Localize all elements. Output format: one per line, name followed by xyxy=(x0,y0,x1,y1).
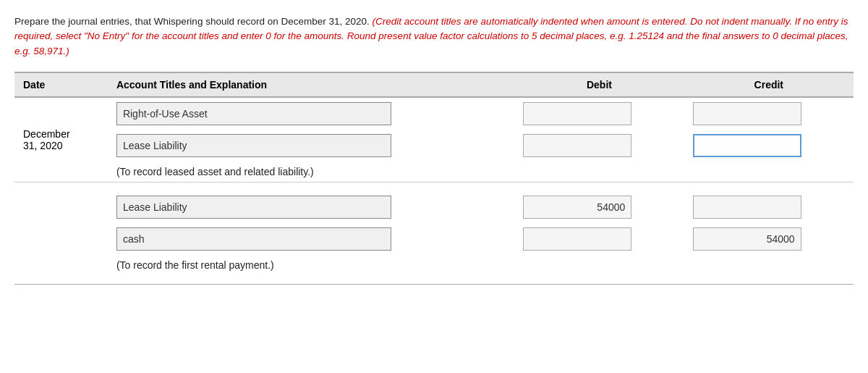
table-row: (To record the first rental payment.) xyxy=(14,255,854,275)
table-row xyxy=(14,223,854,255)
entry2-date3-cell xyxy=(14,255,108,275)
entry2-date2-cell xyxy=(14,223,108,255)
lease-liability-input-2[interactable] xyxy=(116,196,391,219)
entry1-credit2-input[interactable] xyxy=(693,134,801,157)
row-spacer-bottom xyxy=(14,275,854,285)
entry1-debit1-cell xyxy=(514,97,684,130)
entry1-credit1-cell xyxy=(684,97,854,130)
entry2-account1-cell xyxy=(108,191,514,223)
entry2-debit1-input[interactable] xyxy=(523,196,631,219)
entry1-account2-cell xyxy=(108,130,514,162)
entry1-debit1-input[interactable] xyxy=(523,102,631,125)
header-account: Account Titles and Explanation xyxy=(108,72,514,97)
entry2-debit2-input[interactable] xyxy=(523,227,631,251)
instructions: Prepare the journal entries, that Whispe… xyxy=(14,14,854,59)
entry2-credit1-cell xyxy=(684,191,854,223)
entry1-credit2-cell xyxy=(684,130,854,162)
entry2-date-cell xyxy=(14,191,108,223)
table-row xyxy=(14,130,854,162)
entry1-credit1-input[interactable] xyxy=(693,102,801,125)
entry2-credit2-cell xyxy=(684,223,854,255)
cash-input[interactable] xyxy=(116,227,391,251)
journal-table: Date Account Titles and Explanation Debi… xyxy=(14,72,854,285)
entry1-note: (To record leased asset and related liab… xyxy=(108,162,854,183)
entry2-debit1-cell xyxy=(514,191,684,223)
table-row: (To record leased asset and related liab… xyxy=(14,162,854,183)
entry2-credit2-input[interactable] xyxy=(693,227,801,251)
right-of-use-asset-input[interactable] xyxy=(116,102,391,125)
instructions-main: Prepare the journal entries, that Whispe… xyxy=(14,16,370,27)
header-credit: Credit xyxy=(684,72,854,97)
row-spacer xyxy=(14,182,854,191)
entry1-account1-cell xyxy=(108,97,514,130)
entry2-note: (To record the first rental payment.) xyxy=(108,255,854,275)
entry2-credit1-input[interactable] xyxy=(693,196,801,219)
entry1-debit2-input[interactable] xyxy=(523,134,631,157)
lease-liability-input-1[interactable] xyxy=(116,134,391,157)
entry2-debit2-cell xyxy=(514,223,684,255)
entry2-account2-cell xyxy=(108,223,514,255)
header-date: Date xyxy=(14,72,108,97)
table-row xyxy=(14,191,854,223)
header-debit: Debit xyxy=(514,72,684,97)
table-row: December31, 2020 xyxy=(14,97,854,130)
entry1-debit2-cell xyxy=(514,130,684,162)
entry1-date: December31, 2020 xyxy=(14,97,108,183)
